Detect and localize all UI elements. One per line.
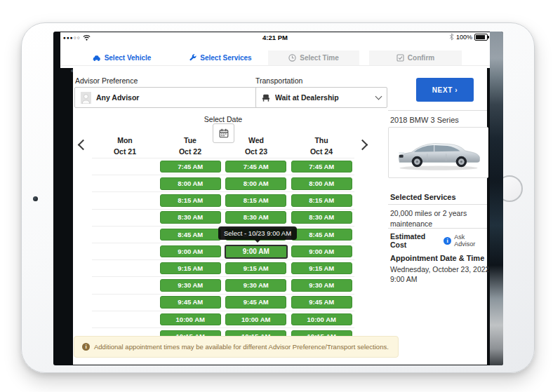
tab-label: Select Services xyxy=(200,54,251,62)
slot-row: 8:15 AM8:15 AM8:15 AM xyxy=(92,191,354,208)
transportation-select[interactable]: Wait at Dealership xyxy=(255,87,387,108)
time-slot-button[interactable]: 10:00 AM xyxy=(225,313,286,326)
estimated-cost-label: Estimated Cost xyxy=(390,232,444,249)
appointment-date: Wednesday, October 23, 2022 xyxy=(390,264,490,275)
slot-cell: 10:00 AM xyxy=(158,311,224,327)
slot-cell: 9:45 AM xyxy=(289,295,355,311)
time-slot-button[interactable]: 8:30 AM xyxy=(291,211,352,224)
slot-cell xyxy=(92,260,158,276)
waiting-chair-icon xyxy=(262,94,270,102)
slot-tooltip: Select - 10/23 9:00 AM xyxy=(218,227,297,240)
screenshot-stage: ●●●○○ 4:21 PM 100% xyxy=(0,0,560,392)
slot-cell: 8:00 AM xyxy=(289,175,355,191)
time-slot-button[interactable]: 9:15 AM xyxy=(160,262,221,275)
slot-row: 9:45 AM9:45 AM9:45 AM xyxy=(92,294,354,311)
time-slot-button[interactable]: 9:00 AM xyxy=(291,245,352,258)
time-slot-button[interactable]: 9:15 AM xyxy=(291,262,352,275)
time-slot-button[interactable]: 7:45 AM xyxy=(160,161,221,173)
slot-cell: 10:00 AM xyxy=(223,311,289,327)
chevron-down-icon xyxy=(375,93,382,100)
slot-cell: 9:45 AM xyxy=(158,295,224,311)
transportation-value: Wait at Dealership xyxy=(275,93,371,102)
appointment-heading: Appointment Date & Time xyxy=(390,254,484,262)
vehicle-title: 2018 BMW 3 Series xyxy=(390,116,459,124)
tab-confirm[interactable]: Confirm xyxy=(369,50,462,65)
day-column-header: ThuOct 24 xyxy=(288,135,354,158)
check-square-icon xyxy=(396,54,404,62)
next-week-button[interactable] xyxy=(356,139,368,150)
time-slot-button[interactable]: 8:00 AM xyxy=(160,177,221,190)
time-slot-button[interactable]: 8:00 AM xyxy=(225,177,286,190)
bluetooth-icon xyxy=(449,33,454,41)
advisor-avatar xyxy=(81,92,91,104)
selected-service-item: 20,000 miles or 2 years maintenance xyxy=(390,208,490,229)
time-slot-button[interactable]: 10:00 AM xyxy=(160,313,221,326)
car-icon xyxy=(92,54,101,62)
slot-cell xyxy=(92,227,158,243)
time-slot-button[interactable]: 8:00 AM xyxy=(291,177,352,190)
time-slot-button[interactable]: 10:00 AM xyxy=(291,313,352,326)
status-bar: ●●●○○ 4:21 PM 100% xyxy=(60,32,490,42)
time-slot-button[interactable]: 9:30 AM xyxy=(160,279,221,292)
sidebar-divider xyxy=(388,228,487,229)
slot-row: 10:00 AM10:00 AM10:00 AM xyxy=(92,311,354,327)
time-slot-grid: 7:45 AM7:45 AM7:45 AM8:00 AM8:00 AM8:00 … xyxy=(92,158,354,344)
previous-week-button[interactable] xyxy=(77,139,88,150)
slot-cell xyxy=(92,210,158,226)
tab-separator xyxy=(60,65,490,66)
slot-cell: 8:45 AM xyxy=(289,227,355,243)
time-slot-button[interactable]: 8:45 AM xyxy=(160,229,221,241)
time-slot-button[interactable]: 8:15 AM xyxy=(225,194,286,207)
slot-cell xyxy=(92,158,158,175)
time-slot-button[interactable]: 8:15 AM xyxy=(291,194,352,207)
tab-select-services[interactable]: Select Services xyxy=(176,50,265,65)
battery-percent: 100% xyxy=(456,34,472,41)
time-slot-button[interactable]: 8:45 AM xyxy=(291,229,352,241)
slot-cell xyxy=(92,295,158,311)
slot-row: 8:00 AM8:00 AM8:00 AM xyxy=(92,175,354,191)
time-slot-button[interactable]: 7:45 AM xyxy=(291,161,352,173)
time-slot-button[interactable]: 9:15 AM xyxy=(225,262,286,275)
wrench-icon xyxy=(189,54,196,62)
slot-row: 9:30 AM9:30 AM9:30 AM xyxy=(92,276,354,293)
time-slot-button[interactable]: 9:45 AM xyxy=(291,296,352,309)
day-column-header: TueOct 22 xyxy=(157,135,223,158)
time-slot-button[interactable]: 8:15 AM xyxy=(160,194,221,207)
vehicle-image-card xyxy=(388,127,488,178)
time-slot-button[interactable]: 8:30 AM xyxy=(160,211,221,224)
tab-label: Confirm xyxy=(408,54,434,62)
time-slot-button[interactable]: 7:45 AM xyxy=(225,161,286,173)
ipad-frame: ●●●○○ 4:21 PM 100% xyxy=(21,22,535,373)
time-slot-button[interactable]: 8:30 AM xyxy=(225,211,286,224)
next-button[interactable]: NEXT › xyxy=(416,78,474,102)
time-slot-button[interactable]: 9:30 AM xyxy=(291,279,352,292)
slot-cell xyxy=(92,277,158,293)
advisor-preference-value: Any Advisor xyxy=(96,93,255,102)
ask-advisor-link[interactable]: i Ask Advisor xyxy=(444,234,487,248)
slot-cell: 9:15 AM xyxy=(223,260,289,276)
slot-row: 9:15 AM9:15 AM9:15 AM xyxy=(92,259,354,276)
ipad-screen: ●●●○○ 4:21 PM 100% xyxy=(53,32,503,365)
select-date-label: Select Date xyxy=(181,115,265,123)
front-camera xyxy=(33,196,38,201)
time-slot-button[interactable]: 9:45 AM xyxy=(160,296,221,309)
time-slot-button[interactable]: 9:45 AM xyxy=(225,296,286,309)
day-column-header: WedOct 23 xyxy=(223,135,289,158)
advisor-preference-label: Advisor Preference xyxy=(75,76,138,85)
slot-cell: 8:30 AM xyxy=(223,210,289,226)
advisor-preference-select[interactable]: Any Advisor xyxy=(74,87,272,108)
slot-cell xyxy=(92,192,158,208)
tab-select-time[interactable]: Select Time xyxy=(268,50,359,65)
time-slot-button-selected[interactable]: 9:00 AM xyxy=(225,245,288,259)
app-header: ●●●○○ 4:21 PM 100% xyxy=(60,32,490,68)
slot-cell: 8:00 AM xyxy=(158,175,224,191)
slot-cell xyxy=(92,175,158,191)
tab-select-vehicle[interactable]: Select Vehicle xyxy=(78,50,165,65)
time-slot-button[interactable]: 9:30 AM xyxy=(225,279,286,292)
slot-cell: 9:00 AM xyxy=(289,243,355,259)
slot-cell: 8:30 AM xyxy=(158,210,224,226)
chevron-left-icon xyxy=(77,139,88,150)
slot-cell: 9:15 AM xyxy=(289,260,355,276)
slot-cell: 9:30 AM xyxy=(289,277,355,293)
time-slot-button[interactable]: 9:00 AM xyxy=(160,245,221,258)
